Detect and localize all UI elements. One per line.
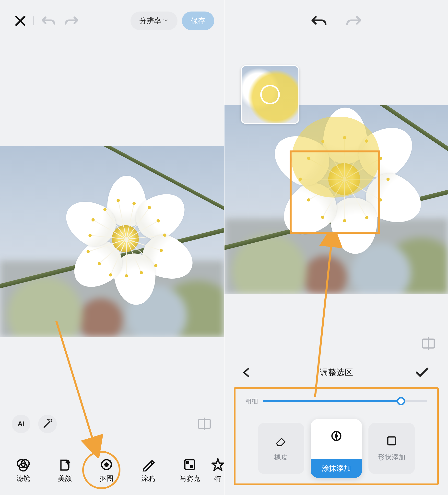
save-label: 保存 <box>191 16 205 26</box>
tool-effects-label: 特 <box>214 474 221 483</box>
svg-rect-0 <box>198 420 204 428</box>
brush-size-slider-row: 粗细 <box>245 396 427 406</box>
tool-filter-label: 滤镜 <box>16 474 30 483</box>
ai-label: AI <box>18 420 25 428</box>
eraser-icon <box>275 435 287 447</box>
compare-icon <box>197 416 212 432</box>
right-topbar <box>224 0 448 42</box>
tool-effects[interactable]: 特 <box>211 450 224 491</box>
selection-panel: 粗细 橡皮 涂抹添加 形状添加 <box>234 387 439 485</box>
mode-cards: 橡皮 涂抹添加 形状添加 <box>236 418 437 479</box>
card-eraser-label: 橡皮 <box>274 453 288 462</box>
svg-rect-12 <box>186 461 189 464</box>
star-icon <box>211 458 224 471</box>
compare-button[interactable] <box>197 416 212 432</box>
shape-add-icon <box>386 435 397 447</box>
tool-doodle-label: 涂鸦 <box>141 474 155 483</box>
redo-icon <box>64 15 79 27</box>
panel-back-button[interactable] <box>242 368 251 377</box>
compare-icon <box>421 336 436 351</box>
svg-rect-14 <box>422 339 428 348</box>
svg-point-10 <box>110 465 112 467</box>
filter-icon <box>16 458 30 471</box>
card-shape-add-label: 形状添加 <box>378 453 405 462</box>
undo-button-r[interactable] <box>311 14 327 27</box>
svg-rect-1 <box>204 420 210 428</box>
undo-icon <box>311 14 327 27</box>
slider-thumb[interactable] <box>397 397 405 405</box>
left-photo[interactable] <box>0 146 224 337</box>
panel-title: 调整选区 <box>320 367 353 378</box>
redo-button[interactable] <box>64 15 79 27</box>
cutout-icon <box>100 458 113 471</box>
caret-down-icon: ﹀ <box>163 17 169 25</box>
save-button[interactable]: 保存 <box>182 12 214 30</box>
brush-add-icon <box>330 430 342 442</box>
brush-size-slider[interactable] <box>263 400 427 402</box>
divider <box>33 16 34 25</box>
tool-doodle[interactable]: 涂鸦 <box>127 450 169 491</box>
redo-icon <box>346 14 362 27</box>
undo-button[interactable] <box>41 15 56 27</box>
ai-chip[interactable]: AI <box>12 415 30 433</box>
tool-cutout-label: 抠图 <box>100 474 113 483</box>
svg-rect-18 <box>388 437 395 445</box>
tool-filter[interactable]: 滤镜 <box>2 450 44 491</box>
tool-beauty[interactable]: 美颜 <box>44 450 86 491</box>
close-button[interactable] <box>15 15 26 27</box>
zoom-preview <box>241 65 299 124</box>
close-icon <box>15 15 26 27</box>
svg-point-7 <box>104 462 109 467</box>
brush-cursor-icon <box>260 85 280 104</box>
panel-header: 调整选区 <box>224 363 448 382</box>
annotation-arrow-left <box>52 321 105 458</box>
check-icon <box>416 368 428 377</box>
tool-cutout[interactable]: 抠图 <box>86 450 127 491</box>
redo-button-r[interactable] <box>346 14 362 27</box>
svg-rect-15 <box>428 339 434 348</box>
chip-row: AI <box>0 412 224 436</box>
svg-point-8 <box>110 460 111 462</box>
card-eraser[interactable]: 橡皮 <box>258 423 304 474</box>
doodle-icon <box>141 458 155 471</box>
resolution-button[interactable]: 分辨率 ﹀ <box>131 12 177 30</box>
card-brush-add-label: 涂抹添加 <box>322 463 351 473</box>
beauty-icon <box>58 458 72 471</box>
right-photo[interactable] <box>224 105 448 294</box>
tool-beauty-label: 美颜 <box>58 474 72 483</box>
tool-mosaic[interactable]: 马赛克 <box>169 450 211 491</box>
magic-wand-icon <box>43 419 53 429</box>
compare-button-r[interactable] <box>421 336 436 351</box>
left-topbar: 分辨率 ﹀ 保存 <box>0 0 224 42</box>
svg-rect-13 <box>190 465 193 468</box>
resolution-label: 分辨率 <box>139 16 161 26</box>
undo-icon <box>41 15 56 27</box>
chevron-left-icon <box>242 368 251 377</box>
card-shape-add[interactable]: 形状添加 <box>369 423 415 474</box>
slider-label: 粗细 <box>245 397 258 406</box>
right-screen: 调整选区 粗细 橡皮 涂抹添加 形状添加 <box>224 0 448 495</box>
card-brush-add[interactable]: 涂抹添加 <box>311 419 362 478</box>
left-screen: 分辨率 ﹀ 保存 <box>0 0 224 495</box>
svg-point-9 <box>111 463 112 464</box>
magic-chip[interactable] <box>38 415 57 433</box>
tool-mosaic-label: 马赛克 <box>179 474 200 483</box>
panel-confirm-button[interactable] <box>416 368 428 377</box>
mosaic-icon <box>183 458 197 471</box>
bottom-toolbar: 滤镜 美颜 抠图 涂鸦 马赛克 特 <box>0 446 224 495</box>
